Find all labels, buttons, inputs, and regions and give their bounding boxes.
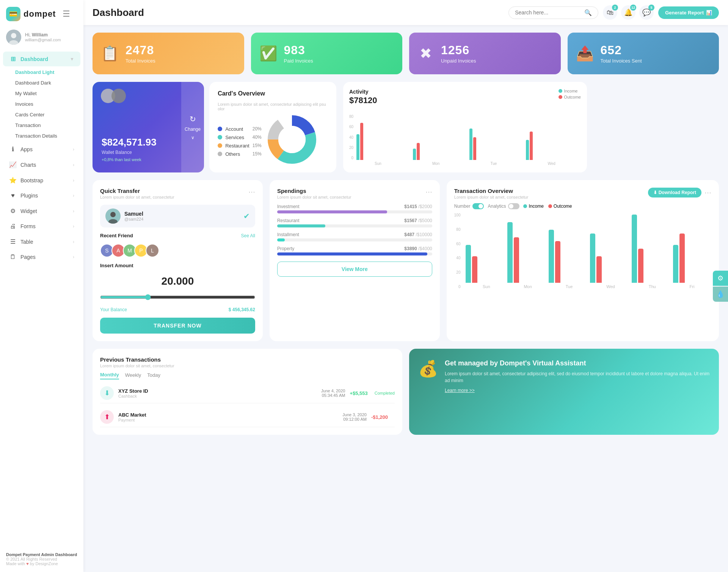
sidebar-item-pages[interactable]: 🗒 Pages › (3, 250, 80, 264)
bar-chart-bars (356, 114, 581, 160)
view-more-button[interactable]: View More (277, 262, 432, 277)
spendings-dots[interactable]: ⋯ (425, 188, 432, 196)
search-input[interactable] (515, 9, 581, 16)
transfer-now-button[interactable]: TRANSFER NOW (100, 318, 255, 334)
to-dots[interactable]: ⋯ (704, 188, 711, 197)
to-bar-tue (549, 230, 587, 283)
svg-point-9 (110, 212, 116, 217)
activity-x-labels: SunMonTueWed (349, 161, 581, 166)
sidebar-item-apps[interactable]: ℹ Apps › (3, 142, 80, 157)
bell-badge: 12 (630, 5, 636, 11)
transfer-avatar (105, 208, 121, 224)
widget-icon: ⚙ (9, 207, 17, 215)
pt-title: Previous Transactions (100, 356, 395, 363)
sidebar-item-forms[interactable]: 🖨 Forms › (3, 219, 80, 234)
pt-tabs: Monthly Weekly Today (100, 372, 395, 379)
hamburger-icon[interactable]: ☰ (59, 9, 70, 19)
chevron-down-icon2: ∨ (191, 135, 195, 140)
spending-installment-label: Installment (277, 232, 299, 237)
to-legend-income: Income (523, 204, 543, 209)
theme-float-button[interactable]: 💧 (713, 287, 728, 302)
number-toggle[interactable] (472, 203, 484, 209)
outcome-dot (559, 95, 562, 99)
co-item-services: Services 40% (218, 135, 262, 140)
cards-overview-card: Card's Overview Lorem ipsum dolor sit am… (209, 82, 336, 172)
sidebar-sub-item-dark[interactable]: Dashboard Dark (12, 78, 83, 88)
dashboard-submenu: Dashboard Light Dashboard Dark My Wallet… (0, 67, 83, 141)
toggle-knob-1 (479, 204, 483, 208)
see-all-link[interactable]: See All (241, 233, 255, 238)
pt-amount-1: +$5,553 (350, 390, 367, 396)
sidebar-item-widget[interactable]: ⚙ Widget › (3, 204, 80, 218)
logo-text: dompet (24, 9, 56, 19)
spending-restaurant-amount: $1567 /$5000 (404, 218, 432, 223)
footer-made-with: Made with ♥ by DesignZone (6, 561, 77, 566)
toggle-analytics: Analytics (488, 203, 519, 209)
amount-slider[interactable] (100, 294, 255, 300)
generate-report-button[interactable]: Generate Report 📊 (658, 6, 719, 19)
activity-amount: $78120 (349, 96, 377, 105)
download-report-button[interactable]: ⬇ Download Report (648, 188, 701, 197)
sidebar-sub-item-wallet[interactable]: My Wallet (12, 88, 83, 99)
sidebar-item-charts[interactable]: 📈 Charts › (3, 157, 80, 172)
change-label: Change (185, 127, 201, 132)
bell-icon-btn[interactable]: 🔔 12 (621, 5, 635, 20)
friend-av-5: L (146, 244, 159, 257)
balance-row: Your Balance $ 456,345.62 (100, 307, 255, 312)
co-item-others-label: Others (225, 151, 240, 157)
sidebar-label-dashboard: Dashboard (20, 56, 48, 62)
total-invoices-number: 2478 (126, 43, 155, 57)
bar-chart-icon: 📊 (706, 10, 712, 16)
to-outcome-mon (514, 237, 519, 283)
charts-icon: 📈 (9, 161, 17, 168)
sidebar-sub-item-transaction[interactable]: Transaction (12, 120, 83, 130)
legend-outcome: Outcome (559, 95, 581, 99)
analytics-toggle[interactable] (508, 203, 519, 209)
assistant-icon: 💰 (418, 359, 438, 378)
forms-icon: 🖨 (9, 223, 17, 230)
sidebar-sub-item-transaction-details[interactable]: Transaction Details (12, 131, 83, 141)
chat-icon-btn[interactable]: 💬 5 (639, 5, 654, 20)
sidebar-item-plugins[interactable]: ♥ Plugins › (3, 188, 80, 203)
unpaid-invoices-number: 1256 (441, 43, 476, 57)
quick-transfer-dots[interactable]: ⋯ (248, 188, 255, 196)
activity-legend: Income Outcome (559, 89, 581, 99)
tab-monthly[interactable]: Monthly (100, 372, 119, 379)
logo-icon: 💳 (6, 7, 20, 21)
sidebar-item-table[interactable]: ☰ Table › (3, 234, 80, 249)
analytics-toggle-label: Analytics (488, 204, 506, 209)
search-box[interactable]: 🔍 (508, 6, 598, 19)
invoice-icon: 📋 (101, 45, 119, 62)
bag-icon-btn[interactable]: 🛍 2 (603, 5, 617, 20)
co-item-others-pct: 15% (253, 151, 262, 157)
sidebar-sub-item-invoices[interactable]: Invoices (12, 99, 83, 109)
tab-weekly[interactable]: Weekly (125, 372, 141, 379)
transfer-user-card: Samuel @sam224 ✔ (100, 205, 255, 227)
spending-installment-header: Installment $487 /$10000 (277, 232, 432, 237)
to-outcome-thu (638, 249, 643, 283)
sidebar-sub-item-light[interactable]: Dashboard Light (12, 67, 83, 77)
footer-copyright: © 2021 All Rights Reserved (6, 557, 77, 561)
to-bar-thu (632, 215, 670, 283)
sidebar-item-bootstrap[interactable]: ⭐ Bootstrap › (3, 173, 80, 188)
sidebar-sub-item-cards[interactable]: Cards Center (12, 110, 83, 120)
footer-brand: Dompet Payment Admin Dashboard (6, 552, 77, 557)
chevron-right-icon5: › (73, 208, 74, 214)
stat-card-info-unpaid: 1256 Unpaid Invoices (441, 43, 476, 64)
stat-card-unpaid-invoices: ✖ 1256 Unpaid Invoices (409, 33, 561, 74)
settings-float-button[interactable]: ⚙ (713, 271, 728, 286)
stat-card-info-paid: 983 Paid Invoices (284, 43, 313, 64)
outcome-bar-sun (360, 123, 363, 160)
to-income-tue (549, 230, 554, 283)
table-icon: ☰ (9, 238, 17, 245)
pt-type-2: Payment (118, 418, 146, 422)
sidebar-item-dashboard[interactable]: ⊞ Dashboard ▼ (3, 52, 80, 66)
toggle-controls: Number Analytics Inc (454, 203, 711, 209)
toggle-knob-2 (509, 204, 513, 208)
to-bar-sun (466, 245, 504, 283)
assistant-learn-more-link[interactable]: Learn more >> (445, 388, 710, 393)
tab-today[interactable]: Today (147, 372, 160, 379)
wallet-change-button[interactable]: ↻ Change ∨ (181, 82, 204, 172)
others-dot (218, 152, 222, 156)
co-item-account-label: Account (225, 126, 243, 132)
